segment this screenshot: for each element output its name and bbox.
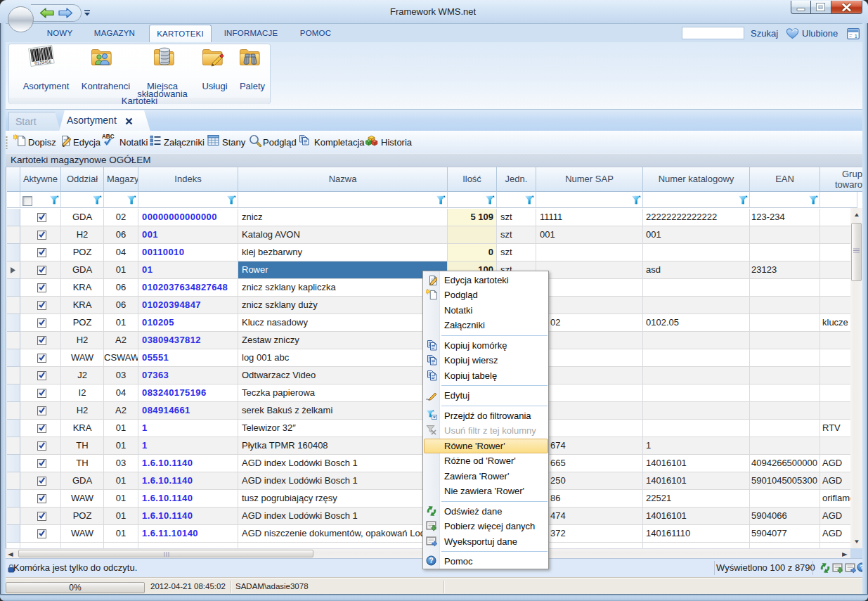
svg-text:?: ?: [429, 557, 433, 564]
svg-text:1: 1: [855, 33, 857, 39]
svg-text:ABC: ABC: [102, 133, 115, 140]
svg-text:0123456: 0123456: [34, 59, 52, 65]
